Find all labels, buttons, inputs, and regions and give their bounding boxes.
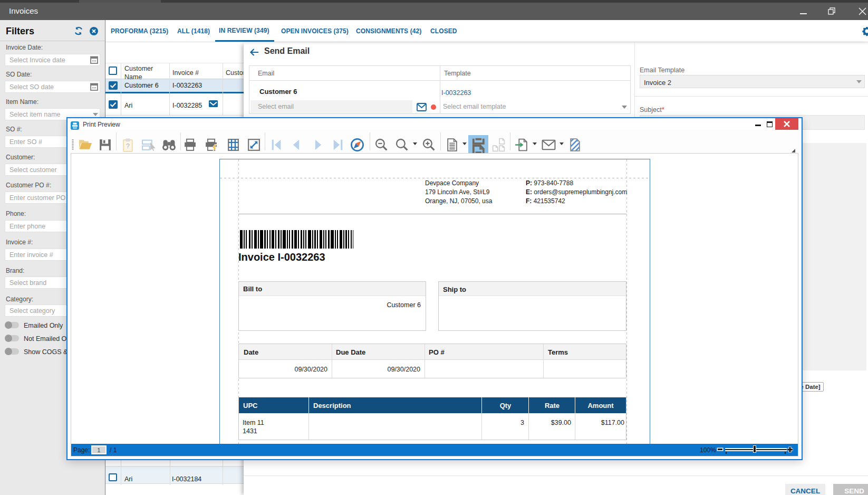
- svg-text:?: ?: [126, 142, 130, 150]
